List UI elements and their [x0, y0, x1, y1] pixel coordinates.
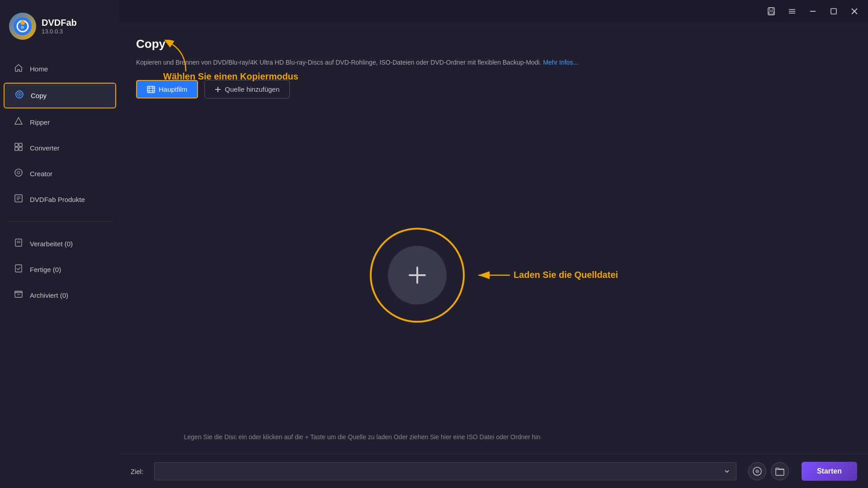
svg-text:D: D [21, 25, 24, 29]
svg-point-13 [17, 171, 20, 174]
button-row: Hauptfilm Quelle hinzufügen [136, 80, 852, 99]
load-source-text: Laden Sie die Quelldatei [514, 270, 618, 280]
more-info-link[interactable]: Mehr Infos... [543, 59, 578, 66]
minimize-button[interactable] [807, 5, 819, 18]
sidebar-item-creator[interactable]: Creator [4, 162, 116, 186]
svg-rect-8 [15, 143, 18, 146]
sidebar-item-archiviert[interactable]: Archiviert (0) [4, 283, 116, 307]
svg-rect-32 [831, 9, 836, 14]
sidebar-item-ripper[interactable]: Ripper [4, 110, 116, 134]
drop-circle[interactable] [370, 228, 465, 323]
hauptfilm-button[interactable]: Hauptfilm [136, 80, 198, 99]
app-logo: D DVDFab 13.0.0.3 [0, 0, 120, 52]
copy-mode-text: Wählen Sie einen Kopiermodus [163, 71, 298, 82]
sidebar-item-dvdfab[interactable]: DVDFab Produkte [4, 188, 116, 211]
svg-marker-7 [15, 117, 22, 124]
sidebar-label-copy: Copy [31, 92, 47, 99]
copy-mode-hint-container: Wählen Sie einen Kopiermodus [163, 40, 298, 82]
drop-area-container: Wählen Sie einen Kopiermodus [136, 112, 852, 454]
copy-icon [14, 90, 24, 101]
hauptfilm-label: Hauptfilm [159, 85, 187, 93]
dvdfab-icon [14, 194, 24, 205]
quelle-label: Quelle hinzufügen [225, 85, 279, 93]
svg-rect-21 [15, 265, 22, 272]
sidebar-bottom-nav: Verarbeitet (0) Fertige (0) Archiviert (… [0, 227, 120, 312]
sidebar-label-creator: Creator [30, 170, 52, 178]
verarbeitet-icon [14, 238, 24, 249]
drop-instruction-container: Legen Sie die Disc ein oder klicken auf … [136, 429, 852, 454]
close-button[interactable] [848, 5, 861, 18]
main-area: Copy Kopieren und Brennen von DVD/Blu-ra… [120, 0, 868, 488]
sidebar-label-verarbeitet: Verarbeitet (0) [30, 240, 73, 248]
svg-rect-9 [19, 143, 22, 146]
content-area: Copy Kopieren und Brennen von DVD/Blu-ra… [120, 23, 868, 454]
svg-rect-11 [19, 147, 22, 150]
folder-button[interactable] [771, 462, 789, 480]
logo-icon: D [9, 13, 36, 40]
svg-rect-10 [15, 147, 18, 150]
starten-button[interactable]: Starten [802, 462, 857, 481]
sidebar-item-home[interactable]: Home [4, 57, 116, 81]
home-icon [14, 63, 24, 75]
load-hint-container: Laden Sie die Quelldatei [474, 266, 618, 284]
svg-rect-26 [769, 8, 773, 10]
sidebar-label-archiviert: Archiviert (0) [30, 291, 68, 299]
svg-point-48 [757, 471, 758, 472]
sidebar-label-ripper: Ripper [30, 118, 50, 126]
drop-zone-row: Laden Sie die Quelldatei [136, 121, 852, 429]
archiviert-icon [14, 290, 24, 301]
bottom-bar: Ziel: Starten [120, 454, 868, 488]
creator-icon [14, 168, 24, 179]
ziel-dropdown[interactable] [154, 462, 736, 480]
dropdown-chevron-icon [723, 468, 731, 475]
sidebar-label-fertige: Fertige (0) [30, 266, 61, 273]
sidebar-item-copy[interactable]: Copy [4, 83, 116, 108]
sidebar-label-converter: Converter [30, 144, 60, 152]
save-button[interactable] [765, 5, 778, 18]
sidebar-nav: Home Copy Ripper [0, 52, 120, 216]
sidebar: D DVDFab 13.0.0.3 Home C [0, 0, 120, 488]
app-version: 13.0.0.3 [42, 28, 77, 35]
drop-plus-icon [388, 246, 447, 305]
ziel-icon-buttons [748, 462, 789, 480]
maximize-button[interactable] [827, 5, 840, 18]
fertige-icon [14, 264, 24, 275]
menu-button[interactable] [786, 5, 798, 18]
svg-point-2 [20, 20, 25, 25]
sidebar-item-converter[interactable]: Converter [4, 136, 116, 160]
sidebar-label-dvdfab: DVDFab Produkte [30, 196, 85, 203]
titlebar [120, 0, 868, 23]
sidebar-item-fertige[interactable]: Fertige (0) [4, 258, 116, 282]
svg-point-6 [19, 94, 20, 95]
sidebar-label-home: Home [30, 65, 48, 73]
ziel-label: Ziel: [131, 468, 143, 475]
brand-name: DVDFab [42, 18, 77, 28]
svg-rect-35 [147, 86, 155, 93]
svg-point-12 [15, 169, 22, 176]
ripper-icon [14, 117, 24, 128]
quelle-button[interactable]: Quelle hinzufügen [204, 80, 290, 99]
svg-rect-27 [769, 12, 774, 14]
sidebar-item-verarbeitet[interactable]: Verarbeitet (0) [4, 232, 116, 256]
converter-icon [14, 142, 24, 154]
copy-mode-arrow [163, 40, 190, 76]
logo-text: DVDFab 13.0.0.3 [42, 18, 77, 35]
drop-instruction: Legen Sie die Disc ein oder klicken auf … [136, 433, 588, 441]
iso-button[interactable] [748, 462, 766, 480]
load-arrow [474, 266, 510, 284]
sidebar-divider [7, 221, 113, 222]
